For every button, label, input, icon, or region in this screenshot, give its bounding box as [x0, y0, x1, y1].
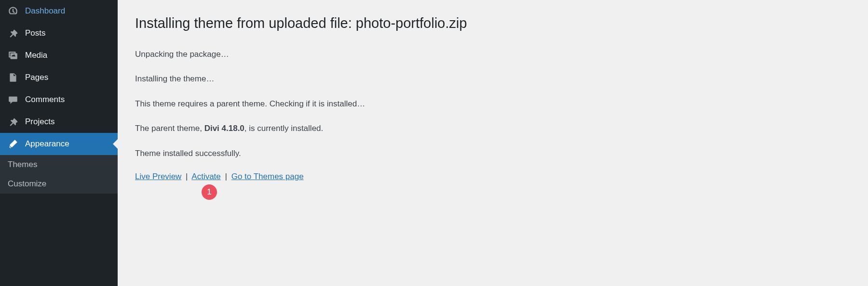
- sidebar-item-appearance[interactable]: Appearance: [0, 133, 118, 155]
- parent-theme-name: Divi 4.18.0: [204, 124, 244, 133]
- sidebar-item-label: Pages: [25, 73, 48, 82]
- main-content: Installing theme from uploaded file: pho…: [118, 0, 868, 286]
- sidebar-sub-themes[interactable]: Themes: [0, 155, 118, 174]
- sidebar-item-label: Comments: [25, 95, 65, 104]
- status-success: Theme installed successfully.: [135, 147, 851, 160]
- live-preview-link[interactable]: Live Preview: [135, 172, 181, 181]
- page-icon: [8, 72, 18, 83]
- pin-icon: [8, 117, 18, 127]
- activate-link[interactable]: Activate: [191, 172, 220, 181]
- sidebar-sub-label: Themes: [8, 160, 37, 169]
- sidebar-item-label: Media: [25, 51, 47, 60]
- sidebar-item-label: Dashboard: [25, 6, 65, 16]
- status-installing: Installing the theme…: [135, 73, 851, 85]
- sidebar-item-projects[interactable]: Projects: [0, 111, 118, 133]
- brush-icon: [8, 139, 18, 149]
- sidebar-item-label: Appearance: [25, 139, 69, 149]
- sidebar-item-media[interactable]: Media: [0, 44, 118, 66]
- annotation-badge: 1: [202, 184, 217, 200]
- status-unpacking: Unpacking the package…: [135, 48, 851, 61]
- admin-sidebar: Dashboard Posts Media Pages Comments Pro…: [0, 0, 118, 286]
- separator: |: [223, 172, 229, 181]
- sidebar-item-label: Posts: [25, 28, 46, 38]
- sidebar-sub-customize[interactable]: Customize: [0, 174, 118, 194]
- page-title: Installing theme from uploaded file: pho…: [135, 14, 851, 33]
- sidebar-sub-label: Customize: [8, 179, 46, 188]
- sidebar-item-label: Projects: [25, 117, 54, 127]
- sidebar-item-dashboard[interactable]: Dashboard: [0, 0, 118, 22]
- status-parent-check: This theme requires a parent theme. Chec…: [135, 98, 851, 110]
- comment-icon: [8, 94, 18, 105]
- separator: |: [184, 172, 190, 181]
- sidebar-item-posts[interactable]: Posts: [0, 22, 118, 44]
- themes-page-link[interactable]: Go to Themes page: [231, 172, 304, 181]
- sidebar-submenu: Themes Customize: [0, 155, 118, 194]
- sidebar-item-comments[interactable]: Comments: [0, 89, 118, 111]
- media-icon: [8, 50, 18, 61]
- sidebar-item-pages[interactable]: Pages: [0, 66, 118, 89]
- pin-icon: [8, 28, 18, 39]
- dashboard-icon: [8, 6, 18, 16]
- action-links: Live Preview | Activate | Go to Themes p…: [135, 172, 851, 182]
- status-parent-installed: The parent theme, Divi 4.18.0, is curren…: [135, 122, 851, 135]
